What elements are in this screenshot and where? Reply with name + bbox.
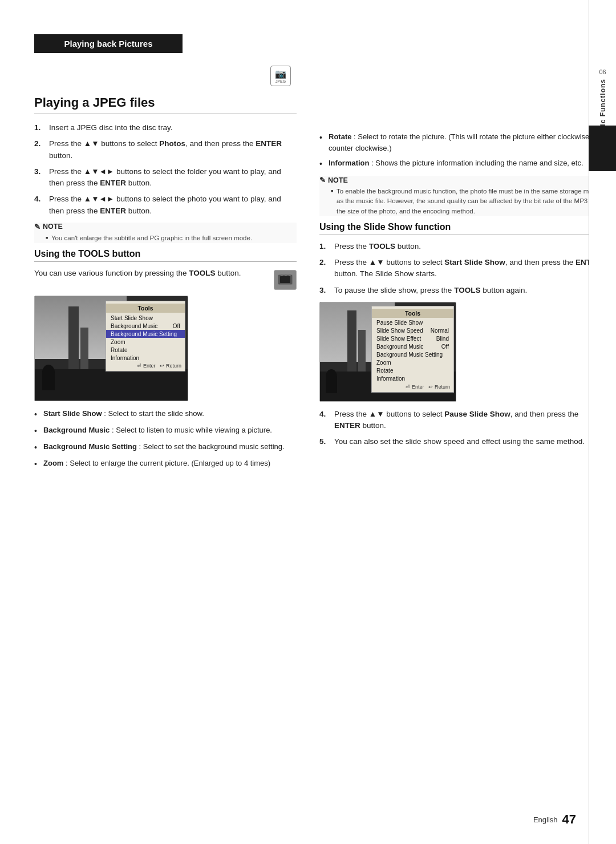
menu-zoom: Zoom [106,338,185,346]
bullet-bg-music-setting: • Background Music Setting : Select to s… [34,441,297,454]
tools-svg [277,272,294,288]
bullet-start-slide: • Start Slide Show : Select to start the… [34,408,297,421]
note-icon-1: ✎ [34,223,40,231]
screenshot-left: Tools Start Slide Show Background MusicO… [34,296,188,401]
tools-menu-left: Tools Start Slide Show Background MusicO… [106,301,185,371]
bullet-list-left: • Start Slide Show : Select to start the… [34,408,297,470]
note-item-1: You can't enlarge the subtitle and PG gr… [46,233,297,243]
figure-left [42,365,55,390]
page-footer: English 47 [533,812,576,827]
step-3-1: 1. Press the TOOLS button. [319,241,605,252]
note-text-1: You can't enlarge the subtitle and PG gr… [34,233,297,243]
step-1: 1. Insert a JPEG disc into the disc tray… [34,122,297,134]
right-sidebar: 06 Basic Functions [589,0,616,844]
step-num-1: 1. [34,122,44,134]
step-num-3-2: 2. [319,257,330,280]
bullet-rotate: • Rotate : Select to rotate the picture.… [319,131,605,154]
svg-rect-1 [280,276,290,283]
step-text-1: Insert a JPEG disc into the disc tray. [49,122,173,134]
tools-intro-row: You can use various function by pressing… [34,268,297,290]
tools-icon-img [274,270,297,290]
footer-enter-left: ⏎ Enter [137,363,155,369]
sidebar-accent-block [589,126,616,171]
step-num-4: 4. [319,409,330,432]
step-num-3-3: 3. [319,285,330,296]
tools-menu-footer-left: ⏎ Enter ↩ Return [106,362,185,369]
note-icon-2: ✎ [319,176,326,184]
step-3-3: 3. To pause the slide show, press the TO… [319,285,605,296]
left-column: Playing back Pictures 📷 JPEG Playing a J… [34,34,314,810]
page-container: Playing back Pictures 📷 JPEG Playing a J… [0,0,616,844]
menu2-speed: Slide Show SpeedNormal [372,327,453,335]
tools-menu-title-right: Tools [372,309,453,318]
bullet-bg-music: • Background Music : Select to listen to… [34,425,297,437]
section2-title: Using the TOOLS button [34,249,297,262]
step-text-2: Press the ▲▼ buttons to select Photos, a… [49,138,297,161]
jpeg-icon: 📷 JPEG [270,66,291,86]
menu-information: Information [106,354,185,362]
note-item-2: To enable the background music function,… [331,187,605,216]
step-4: 4. Press the ▲▼◄► buttons to select the … [34,193,297,217]
menu2-bg-setting: Background Music Setting [372,351,453,359]
bullet-zoom: • Zoom : Select to enlarge the current p… [34,458,297,470]
footer-enter-right: ⏎ Enter [406,384,424,390]
step-text-3-3: To pause the slide show, press the TOOLS… [334,285,527,296]
menu2-bg-music: Background MusicOff [372,343,453,351]
tools-menu-title-left: Tools [106,304,185,313]
svg-rect-3 [285,274,287,276]
figure-right [326,369,337,393]
menu-rotate: Rotate [106,346,185,354]
step-num-3: 3. [34,166,44,189]
menu2-pause: Pause Slide Show [372,319,453,327]
note-label-2: NOTE [328,176,348,184]
step-text-5: You can also set the slide show speed an… [334,436,585,447]
steps-list-3: 1. Press the TOOLS button. 2. Press the … [319,241,605,296]
step-2: 2. Press the ▲▼ buttons to select Photos… [34,138,297,161]
footer-return-right: ↩ Return [428,384,450,390]
step-3: 3. Press the ▲▼◄► buttons to select the … [34,166,297,189]
steps-list-4: 4. Press the ▲▼ buttons to select Pause … [319,409,605,448]
step-text-4: Press the ▲▼ buttons to select Pause Sli… [334,409,605,432]
main-content: Playing back Pictures 📷 JPEG Playing a J… [34,34,605,810]
step-num-3-1: 1. [319,241,330,252]
footer-lang: English [533,815,558,824]
svg-rect-2 [281,274,283,276]
chapter-number: 06 [599,68,606,75]
bullet-list-right-top: • Rotate : Select to rotate the picture.… [319,131,605,170]
menu2-rotate: Rotate [372,367,453,375]
step-5: 5. You can also set the slide show speed… [319,436,605,447]
step-text-4: Press the ▲▼◄► buttons to select the pho… [49,193,297,217]
ground-left [35,369,188,401]
svg-rect-4 [289,274,291,276]
header-banner: Playing back Pictures [34,34,183,53]
step-4: 4. Press the ▲▼ buttons to select Pause … [319,409,605,432]
tools-intro-text: You can use various function by pressing… [34,268,268,279]
menu2-zoom: Zoom [372,359,453,367]
menu2-info: Information [372,375,453,383]
step-num-4: 4. [34,193,44,217]
minaret1-right [347,310,356,378]
step-3-2: 2. Press the ▲▼ buttons to select Start … [319,257,605,280]
steps-list-1: 1. Insert a JPEG disc into the disc tray… [34,122,297,217]
note-text-2: To enable the background music function,… [319,187,605,216]
footer-return-left: ↩ Return [160,363,181,369]
screenshot-right: Tools Pause Slide Show Slide Show SpeedN… [319,302,456,402]
section3-title: Using the Slide Show function [319,222,605,235]
note-block-1: ✎ NOTE You can't enlarge the subtitle an… [34,223,297,243]
note-label-1: NOTE [43,223,63,231]
header-wrapper: Playing back Pictures 📷 JPEG [34,34,297,91]
footer-page-number: 47 [562,812,576,827]
note-title-1: ✎ NOTE [34,223,297,231]
tools-menu-footer-right: ⏎ Enter ↩ Return [372,383,453,390]
tools-menu-right: Tools Pause Slide Show Slide Show SpeedN… [371,306,454,393]
step-text-3-1: Press the TOOLS button. [334,241,421,252]
camera-icon: 📷 [275,68,286,79]
step-num-5: 5. [319,436,330,447]
jpeg-label: JPEG [275,79,286,83]
step-num-2: 2. [34,138,44,161]
menu-start-slide: Start Slide Show [106,314,185,322]
bullet-information: • Information : Shows the picture inform… [319,158,605,170]
note-title-2: ✎ NOTE [319,176,605,184]
step-text-3-2: Press the ▲▼ buttons to select Start Sli… [334,257,605,280]
menu-bg-music: Background MusicOff [106,322,185,330]
